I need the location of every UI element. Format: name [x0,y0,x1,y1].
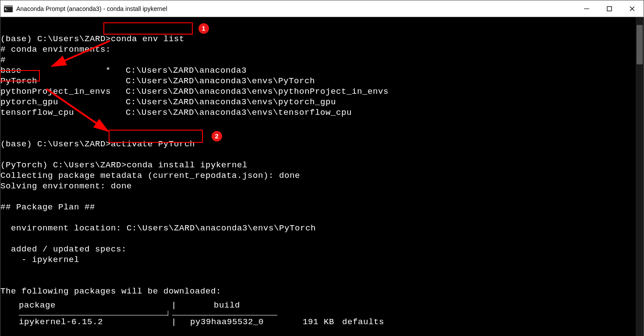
output-line: # conda environments: [0,45,111,54]
table-header: package|build [0,300,636,311]
prompt: (base) C:\Users\ZARD> [0,139,111,149]
output-line: ## Package Plan ## [0,202,95,212]
prompt: (PyTorch) C:\Users\ZARD> [0,160,127,170]
output-line: added / updated specs: [0,244,127,254]
prompt: (base) C:\Users\ZARD> [0,34,111,44]
env-row: pytorch_gpu C:\Users\ZARD\anaconda3\envs… [0,97,336,107]
output-line: - ipykernel [0,255,79,265]
close-button[interactable] [621,0,644,17]
terminal-area: (base) C:\Users\ZARD>conda env list # co… [0,17,644,336]
table-divider [0,311,636,316]
maximize-button[interactable] [598,0,621,17]
env-row: base* C:\Users\ZARD\anaconda3 [0,66,247,75]
window-title: Anaconda Prompt (anaconda3) - conda inst… [16,5,167,12]
svg-rect-5 [607,7,612,11]
env-row: pythonProject_in_envs C:\Users\ZARD\anac… [0,87,389,96]
titlebar[interactable]: Anaconda Prompt (anaconda3) - conda inst… [0,0,644,17]
scrollbar-thumb[interactable] [637,25,643,64]
svg-rect-2 [5,8,6,9]
env-row: PyTorch C:\Users\ZARD\anaconda3\envs\PyT… [0,76,315,86]
terminal-icon [4,5,13,12]
table-row: ipykernel-6.15.2|py39haa95532_0191 KBdef… [0,317,636,327]
annotation-badge-2: 2 [212,131,222,141]
output-line: # [0,55,6,65]
scrollbar[interactable] [636,17,644,336]
command: activate PyTorch [111,139,195,149]
window: Anaconda Prompt (anaconda3) - conda inst… [0,0,644,336]
annotation-box-1 [103,22,193,35]
svg-rect-1 [4,5,13,7]
command: conda install ipykernel [127,160,248,170]
output-line: The following packages will be downloade… [0,286,221,296]
svg-rect-3 [5,10,7,10]
output-line: Collecting package metadata (current_rep… [0,171,300,180]
minimize-button[interactable] [575,0,598,17]
output-line: Solving environment: done [0,181,132,191]
terminal-output[interactable]: (base) C:\Users\ZARD>conda env list # co… [0,17,636,336]
annotation-badge-1: 1 [198,23,209,34]
env-row: tensorflow_cpu C:\Users\ZARD\anaconda3\e… [0,108,352,117]
command: conda env list [111,34,184,44]
output-line: environment location: C:\Users\ZARD\anac… [0,223,316,233]
